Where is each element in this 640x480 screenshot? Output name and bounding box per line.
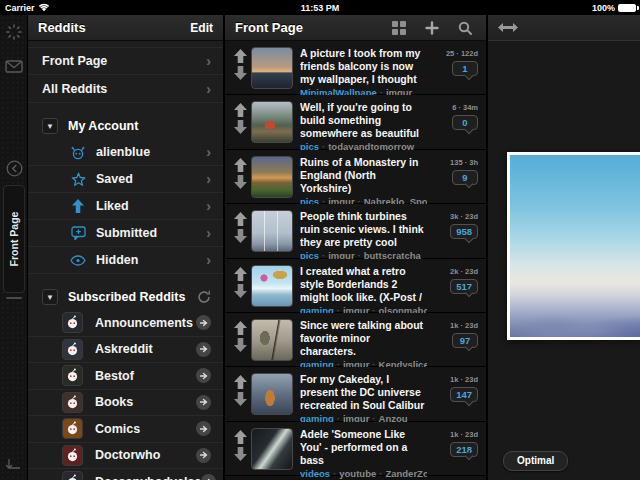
sidebar-list: Front Page › All Reddits › ▼ My Account … [28, 41, 223, 480]
downvote-arrow-icon[interactable] [234, 229, 247, 243]
collapse-toggle[interactable]: ▼ [42, 118, 58, 134]
subreddit-item-comics[interactable]: Comics [28, 416, 223, 443]
downvote-arrow-icon[interactable] [234, 66, 247, 80]
account-item-saved[interactable]: Saved › [28, 166, 223, 193]
upvote-arrow-icon[interactable] [234, 321, 247, 335]
subreddit-item-bestof[interactable]: Bestof [28, 363, 223, 390]
subreddit-item-label: Bestof [95, 369, 196, 383]
go-arrow-icon[interactable] [196, 448, 211, 463]
comment-count-badge[interactable]: 1 [452, 61, 478, 76]
downvote-arrow-icon[interactable] [234, 284, 247, 298]
star-icon [68, 172, 88, 187]
subreddit-item-doctorwho[interactable]: Doctorwho [28, 443, 223, 470]
comment-count-badge[interactable]: 218 [450, 442, 478, 457]
comment-count-badge[interactable]: 958 [450, 224, 478, 239]
collapse-back-icon[interactable] [0, 160, 28, 177]
preview-photo[interactable] [507, 152, 640, 340]
account-item-hidden[interactable]: Hidden › [28, 247, 223, 274]
subreddit-item-label: Comics [95, 422, 196, 436]
upvote-arrow-icon[interactable] [234, 158, 247, 172]
go-arrow-icon[interactable] [201, 474, 216, 480]
resize-handle-icon[interactable] [0, 458, 28, 472]
post-row[interactable]: For my Cakeday, I present the DC univers… [225, 367, 486, 421]
post-title: People think turbines ruin scenic views.… [300, 210, 427, 249]
post-score-age: 1k · 23d [450, 375, 478, 384]
post-title: Adele 'Someone Like You' - performed on … [300, 428, 427, 467]
post-title: Well, if you're going to build something… [300, 101, 427, 140]
post-thumbnail[interactable] [251, 101, 293, 143]
grid-view-icon[interactable] [392, 21, 406, 35]
post-score-age: 135 · 3h [450, 158, 478, 167]
post-title: For my Cakeday, I present the DC univers… [300, 373, 427, 412]
add-icon[interactable] [425, 21, 439, 35]
post-thumbnail[interactable] [251, 210, 293, 252]
post-thumbnail[interactable] [251, 156, 293, 198]
downvote-arrow-icon[interactable] [234, 120, 247, 134]
post-row[interactable]: Well, if you're going to build something… [225, 95, 486, 149]
comment-count-badge[interactable]: 97 [452, 333, 478, 348]
upvote-arrow-icon[interactable] [234, 212, 247, 226]
post-row[interactable]: Adele 'Someone Like You' - performed on … [225, 422, 486, 476]
downvote-arrow-icon[interactable] [234, 447, 247, 461]
comment-count-badge[interactable]: 9 [452, 170, 478, 185]
subreddit-avatar [62, 471, 83, 480]
feed-title: Front Page [235, 20, 303, 35]
carrier-label: Carrier [5, 3, 35, 13]
downvote-arrow-icon[interactable] [234, 175, 247, 189]
go-arrow-icon[interactable] [196, 315, 211, 330]
subreddit-avatar [62, 418, 83, 439]
post-thumbnail[interactable] [251, 265, 293, 307]
subreddit-item-label: Books [95, 395, 196, 409]
brightness-icon[interactable] [0, 23, 28, 41]
downvote-arrow-icon[interactable] [234, 392, 247, 406]
upvote-arrow-icon[interactable] [234, 49, 247, 63]
sidebar-item-label: All Reddits [42, 82, 206, 96]
sidebar-item-front-page[interactable]: Front Page › [28, 47, 223, 75]
messages-icon[interactable] [0, 60, 28, 73]
comment-count-badge[interactable]: 517 [450, 279, 478, 294]
comment-count-badge[interactable]: 147 [450, 387, 478, 402]
sidebar-item-all-reddits[interactable]: All Reddits › [28, 75, 223, 103]
post-row[interactable]: People think turbines ruin scenic views.… [225, 204, 486, 258]
account-item-submitted[interactable]: Submitted › [28, 220, 223, 247]
go-arrow-icon[interactable] [196, 368, 211, 383]
edit-button[interactable]: Edit [190, 21, 213, 35]
subreddit-item-doesanybodyelse[interactable]: Doesanybodyelse [28, 469, 223, 480]
account-item-liked[interactable]: Liked › [28, 193, 223, 220]
post-list: A picture I took from my friends balcony… [225, 41, 486, 476]
refresh-icon[interactable] [197, 290, 211, 304]
upvote-arrow-icon[interactable] [234, 430, 247, 444]
subreddit-item-announcements[interactable]: Announcements [28, 310, 223, 337]
upvote-arrow-icon[interactable] [234, 103, 247, 117]
chevron-right-icon: › [206, 82, 211, 96]
post-row[interactable]: Ruins of a Monastery in England (North Y… [225, 150, 486, 204]
subreddit-item-askreddit[interactable]: Askreddit [28, 337, 223, 364]
subreddit-link[interactable]: videos [300, 468, 330, 479]
subreddit-avatar [62, 365, 83, 386]
subreddit-item-books[interactable]: Books [28, 390, 223, 417]
search-icon[interactable] [458, 21, 472, 35]
expand-width-icon[interactable] [498, 22, 518, 33]
upvote-arrow-icon[interactable] [234, 375, 247, 389]
subreddit-avatar [62, 392, 83, 413]
go-arrow-icon[interactable] [196, 421, 211, 436]
dock-tab-front-page[interactable]: Front Page [3, 185, 25, 293]
post-thumbnail[interactable] [251, 373, 293, 415]
account-item-label: Saved [96, 172, 206, 186]
post-thumbnail[interactable] [251, 428, 293, 470]
account-item-alienblue[interactable]: alienblue › [28, 139, 223, 166]
post-row[interactable]: I created what a retro style Borderlands… [225, 259, 486, 313]
go-arrow-icon[interactable] [196, 342, 211, 357]
post-row[interactable]: Since were talking about favorite minor … [225, 313, 486, 367]
comment-count-badge[interactable]: 0 [452, 115, 478, 130]
optimal-quality-button[interactable]: Optimal [503, 451, 568, 471]
collapse-toggle[interactable]: ▼ [42, 289, 58, 305]
upvote-arrow-icon[interactable] [234, 267, 247, 281]
downvote-arrow-icon[interactable] [234, 338, 247, 352]
post-row[interactable]: A picture I took from my friends balcony… [225, 41, 486, 95]
go-arrow-icon[interactable] [196, 395, 211, 410]
sidebar-item-label: Front Page [42, 54, 206, 68]
post-thumbnail[interactable] [251, 47, 293, 89]
status-bar: Carrier 11:53 PM 100% [0, 0, 640, 15]
post-thumbnail[interactable] [251, 319, 293, 361]
